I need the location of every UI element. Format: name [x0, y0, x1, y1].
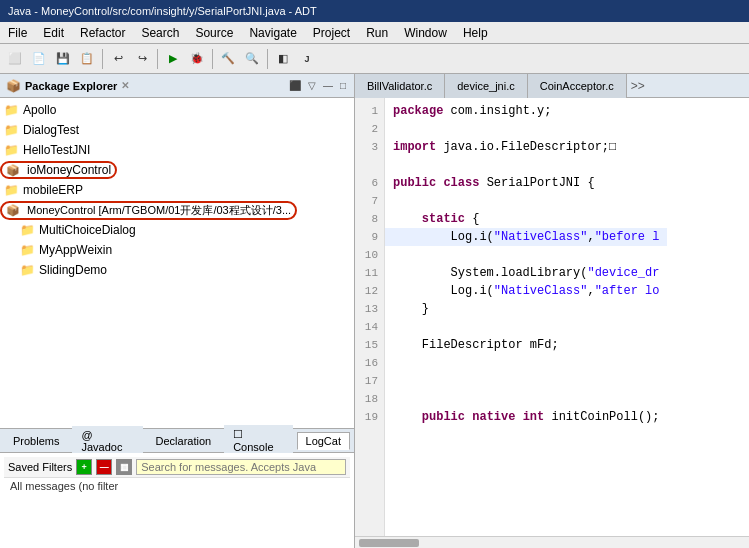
tree-item-label: MultiChoiceDialog [39, 223, 136, 237]
pkg-collapse-btn[interactable]: ⬛ [287, 79, 303, 92]
toolbar-btn-search[interactable]: 🔍 [241, 48, 263, 70]
logcat-remove-btn[interactable]: — [96, 459, 112, 475]
code-content: package com.insight.y; import java.io.Fi… [385, 98, 667, 536]
pkg-header-actions: ⬛ ▽ — □ [287, 79, 348, 92]
menu-item-project[interactable]: Project [305, 24, 358, 42]
bottom-tabs: Problems @ Javadoc Declaration ☐ Console… [0, 429, 354, 453]
menu-item-source[interactable]: Source [187, 24, 241, 42]
bottom-content: Saved Filters + — ▦ All messages (no fil… [0, 453, 354, 548]
tab-coinacceptor[interactable]: CoinAcceptor.c [528, 74, 627, 98]
menu-item-refactor[interactable]: Refactor [72, 24, 133, 42]
toolbar-btn-6[interactable]: ↪ [131, 48, 153, 70]
toolbar-btn-3[interactable]: 💾 [52, 48, 74, 70]
package-explorer-tree: 📁 Apollo 📁 DialogTest 📁 HelloTestJNI 📦 i… [0, 98, 354, 428]
menu-item-search[interactable]: Search [133, 24, 187, 42]
tree-item-hellotestjni[interactable]: 📁 HelloTestJNI [0, 140, 354, 160]
tab-javadoc-label: @ Javadoc [81, 429, 122, 453]
tab-console-label: ☐ Console [233, 428, 273, 453]
main-layout: 📦 Package Explorer ✕ ⬛ ▽ — □ 📁 Apollo 📁 … [0, 74, 749, 548]
toolbar-sep-2 [157, 49, 158, 69]
left-panel: 📦 Package Explorer ✕ ⬛ ▽ — □ 📁 Apollo 📁 … [0, 74, 355, 548]
tree-item-label: HelloTestJNI [23, 143, 90, 157]
iomoneycontrol-highlight: 📦 ioMoneyControl [0, 161, 117, 179]
toolbar-btn-perspective[interactable]: ◧ [272, 48, 294, 70]
tree-item-slidingdemo[interactable]: 📁 SlidingDemo [0, 260, 354, 280]
tree-item-label: MoneyControl [Arm/TGBOM/01开发库/03程式设计/3..… [27, 203, 291, 218]
tree-item-apollo[interactable]: 📁 Apollo [0, 100, 354, 120]
package-icon: 📦 [6, 164, 20, 177]
tree-item-label: Apollo [23, 103, 56, 117]
tree-item-mobileerp[interactable]: 📁 mobileERP [0, 180, 354, 200]
bottom-panel: Problems @ Javadoc Declaration ☐ Console… [0, 428, 354, 548]
tree-item-label: DialogTest [23, 123, 79, 137]
toolbar: ⬜ 📄 💾 📋 ↩ ↪ ▶ 🐞 🔨 🔍 ◧ J [0, 44, 749, 74]
logcat-toolbar: Saved Filters + — ▦ [4, 457, 350, 478]
tab-logcat[interactable]: LogCat [297, 432, 350, 450]
tab-javadoc[interactable]: @ Javadoc [72, 426, 142, 456]
folder-icon: 📁 [4, 103, 19, 117]
code-area: 1 2 3 6 7 8 9 10 11 12 13 14 15 16 17 [355, 98, 749, 536]
toolbar-sep-1 [102, 49, 103, 69]
right-panel: BillValidator.c device_jni.c CoinAccepto… [355, 74, 749, 548]
tree-item-myappweixin[interactable]: 📁 MyAppWeixin [0, 240, 354, 260]
tab-problems-label: Problems [13, 435, 59, 447]
tree-item-label: ioMoneyControl [27, 163, 111, 177]
tab-console[interactable]: ☐ Console [224, 425, 292, 456]
moneycontrol-highlight: 📦 MoneyControl [Arm/TGBOM/01开发库/03程式设计/3… [0, 201, 297, 220]
toolbar-btn-java[interactable]: J [296, 48, 318, 70]
tree-item-iomoneycontrol[interactable]: 📦 ioMoneyControl [0, 160, 354, 180]
menu-bar: FileEditRefactorSearchSourceNavigateProj… [0, 22, 749, 44]
package-icon: 📦 [6, 204, 20, 217]
pkg-explorer-label: Package Explorer [25, 80, 117, 92]
pkg-menu-btn[interactable]: ▽ [306, 79, 318, 92]
folder-icon: 📁 [4, 143, 19, 157]
toolbar-btn-5[interactable]: ↩ [107, 48, 129, 70]
logcat-edit-btn[interactable]: ▦ [116, 459, 132, 475]
logcat-search-input[interactable] [136, 459, 346, 475]
menu-item-window[interactable]: Window [396, 24, 455, 42]
logcat-all-messages: All messages (no filter [4, 478, 350, 494]
tab-problems[interactable]: Problems [4, 432, 68, 450]
logcat-add-btn[interactable]: + [76, 459, 92, 475]
line-numbers: 1 2 3 6 7 8 9 10 11 12 13 14 15 16 17 [355, 98, 385, 536]
menu-item-edit[interactable]: Edit [35, 24, 72, 42]
code-scrollbar[interactable] [355, 536, 749, 548]
folder-icon: 📁 [4, 183, 19, 197]
tab-billvalidator[interactable]: BillValidator.c [355, 74, 445, 98]
title-bar: Java - MoneyControl/src/com/insight/y/Se… [0, 0, 749, 22]
all-messages-label: All messages (no filter [10, 480, 118, 492]
menu-item-run[interactable]: Run [358, 24, 396, 42]
tab-declaration[interactable]: Declaration [147, 432, 221, 450]
toolbar-btn-run[interactable]: ▶ [162, 48, 184, 70]
code-editor[interactable]: 1 2 3 6 7 8 9 10 11 12 13 14 15 16 17 [355, 98, 749, 536]
tab-devicejni-label: device_jni.c [457, 80, 514, 92]
tree-item-dialogtest[interactable]: 📁 DialogTest [0, 120, 354, 140]
folder-icon: 📁 [20, 223, 35, 237]
pkg-maximize-btn[interactable]: □ [338, 79, 348, 92]
tree-item-moneycontrol[interactable]: 📦 MoneyControl [Arm/TGBOM/01开发库/03程式设计/3… [0, 200, 354, 220]
tree-item-label: SlidingDemo [39, 263, 107, 277]
tab-devicejni[interactable]: device_jni.c [445, 74, 527, 98]
more-tabs-btn[interactable]: >> [627, 77, 649, 95]
menu-item-navigate[interactable]: Navigate [241, 24, 304, 42]
menu-item-help[interactable]: Help [455, 24, 496, 42]
folder-icon: 📁 [20, 263, 35, 277]
toolbar-btn-debug[interactable]: 🐞 [186, 48, 208, 70]
scroll-thumb[interactable] [359, 539, 419, 547]
tree-item-multichoicedialog[interactable]: 📁 MultiChoiceDialog [0, 220, 354, 240]
tab-billvalidator-label: BillValidator.c [367, 80, 432, 92]
toolbar-btn-build[interactable]: 🔨 [217, 48, 239, 70]
toolbar-btn-4[interactable]: 📋 [76, 48, 98, 70]
toolbar-btn-1[interactable]: ⬜ [4, 48, 26, 70]
tree-item-label: mobileERP [23, 183, 83, 197]
menu-item-file[interactable]: File [0, 24, 35, 42]
folder-icon: 📁 [20, 243, 35, 257]
toolbar-btn-2[interactable]: 📄 [28, 48, 50, 70]
pkg-explorer-icon: 📦 [6, 79, 21, 93]
folder-icon: 📁 [4, 123, 19, 137]
title-text: Java - MoneyControl/src/com/insight/y/Se… [8, 5, 317, 17]
tree-item-label: MyAppWeixin [39, 243, 112, 257]
toolbar-sep-4 [267, 49, 268, 69]
pkg-minimize-btn[interactable]: — [321, 79, 335, 92]
pkg-header-title: 📦 Package Explorer ✕ [6, 79, 129, 93]
